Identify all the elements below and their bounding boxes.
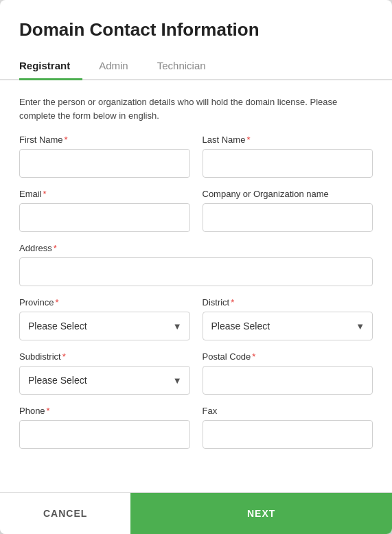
- fax-group: Fax: [203, 406, 373, 449]
- last-name-group: Last Name*: [203, 135, 373, 178]
- address-label: Address*: [19, 243, 373, 253]
- phone-group: Phone*: [19, 406, 190, 449]
- form-description: Enter the person or organization details…: [19, 95, 373, 122]
- last-name-input[interactable]: [203, 149, 373, 178]
- phone-input[interactable]: [19, 420, 190, 449]
- postal-code-label: Postal Code*: [203, 351, 373, 362]
- tab-registrant[interactable]: Registrant: [19, 53, 82, 80]
- name-row: First Name* Last Name*: [19, 135, 373, 178]
- phone-label: Phone*: [19, 406, 190, 416]
- province-select-wrapper: Please Select ▼: [19, 312, 190, 340]
- address-group: Address*: [19, 243, 373, 286]
- tabs: Registrant Admin Technician: [0, 53, 392, 80]
- email-group: Email*: [19, 189, 190, 232]
- modal-body: Enter the person or organization details…: [0, 80, 392, 480]
- postal-code-group: Postal Code*: [203, 351, 373, 395]
- next-button[interactable]: NEXT: [130, 493, 392, 534]
- district-label: District*: [203, 297, 373, 307]
- district-group: District* Please Select ▼: [203, 297, 373, 340]
- province-district-row: Province* Please Select ▼ District* Plea…: [19, 297, 373, 340]
- last-name-label: Last Name*: [203, 135, 373, 145]
- first-name-label: First Name*: [19, 135, 190, 145]
- modal-title: Domain Contact Information: [19, 19, 373, 40]
- province-group: Province* Please Select ▼: [19, 297, 190, 340]
- address-input[interactable]: [19, 257, 373, 286]
- company-group: Company or Organization name: [203, 189, 373, 232]
- phone-fax-row: Phone* Fax: [19, 406, 373, 449]
- address-row: Address*: [19, 243, 373, 286]
- subdistrict-select-wrapper: Please Select ▼: [19, 366, 190, 395]
- province-label: Province*: [19, 297, 190, 307]
- first-name-group: First Name*: [19, 135, 190, 178]
- modal-header: Domain Contact Information Registrant Ad…: [0, 0, 392, 80]
- tab-admin[interactable]: Admin: [99, 53, 141, 80]
- cancel-button[interactable]: CANCEL: [0, 493, 130, 534]
- fax-label: Fax: [203, 406, 373, 416]
- modal-footer: CANCEL NEXT: [0, 492, 392, 534]
- tab-technician[interactable]: Technician: [157, 53, 218, 80]
- postal-code-input[interactable]: [203, 366, 373, 395]
- district-select-wrapper: Please Select ▼: [203, 312, 373, 340]
- modal: Domain Contact Information Registrant Ad…: [0, 0, 392, 534]
- company-input[interactable]: [203, 203, 373, 232]
- subdistrict-select[interactable]: Please Select: [19, 366, 190, 395]
- company-label: Company or Organization name: [203, 189, 373, 199]
- district-select[interactable]: Please Select: [203, 312, 373, 340]
- subdistrict-postal-row: Subdistrict* Please Select ▼ Postal Code…: [19, 351, 373, 395]
- email-input[interactable]: [19, 203, 190, 232]
- province-select[interactable]: Please Select: [19, 312, 190, 340]
- subdistrict-label: Subdistrict*: [19, 351, 190, 362]
- email-label: Email*: [19, 189, 190, 199]
- fax-input[interactable]: [203, 420, 373, 449]
- email-row: Email* Company or Organization name: [19, 189, 373, 232]
- first-name-input[interactable]: [19, 149, 190, 178]
- subdistrict-group: Subdistrict* Please Select ▼: [19, 351, 190, 395]
